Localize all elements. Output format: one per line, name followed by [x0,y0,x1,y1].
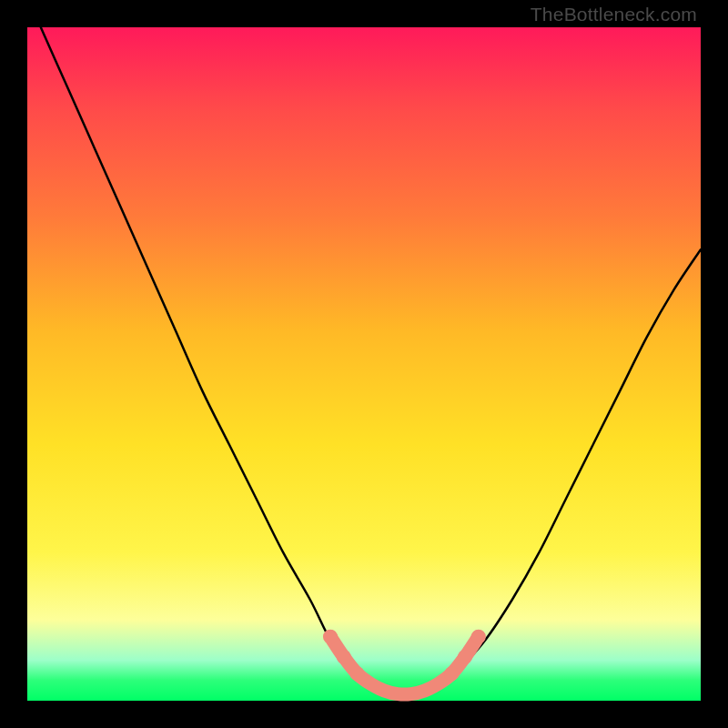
right-curve [418,249,701,693]
valley-marker-dots [323,630,486,682]
left-curve [41,27,391,694]
watermark: TheBottleneck.com [531,4,697,25]
plot-area [27,27,701,701]
valley-marker-dot [337,650,351,664]
valley-marker-dot [471,630,486,644]
valley-marker-dot [323,630,338,644]
chart-frame: TheBottleneck.com [0,0,728,728]
valley-marker-dot [444,666,459,681]
valley-marker-dot [350,666,365,681]
chart-svg [27,27,701,701]
valley-marker-dot [458,650,472,664]
valley-marker [330,637,479,694]
